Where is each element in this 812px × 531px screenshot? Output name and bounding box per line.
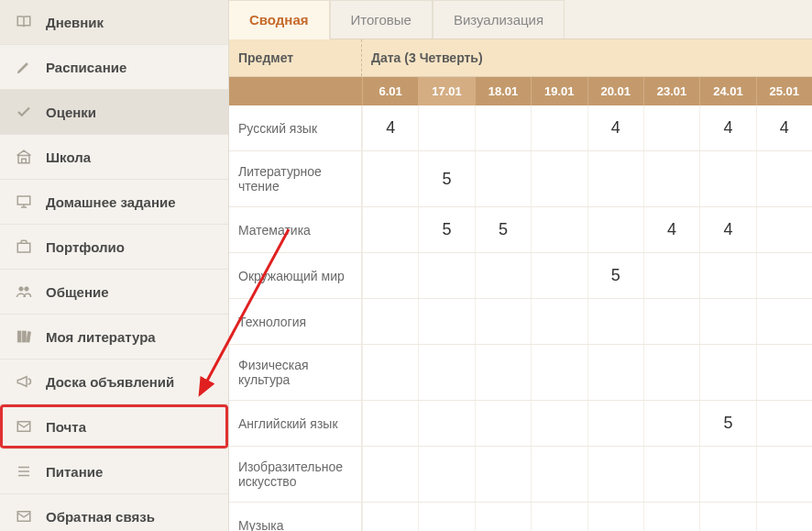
sidebar-item-6[interactable]: Общение: [0, 270, 228, 315]
sidebar-item-label: Расписание: [46, 60, 126, 75]
grade-cell[interactable]: [756, 151, 812, 206]
grade-cell[interactable]: [643, 401, 699, 446]
grade-cell[interactable]: [475, 503, 531, 531]
grade-cell[interactable]: [643, 105, 699, 150]
grade-cell[interactable]: [587, 401, 643, 446]
sidebar-item-10[interactable]: Питание: [0, 449, 228, 494]
date-header-cell[interactable]: 18.01: [475, 77, 531, 105]
grade-cell[interactable]: 4: [756, 105, 812, 150]
grade-cell[interactable]: [475, 299, 531, 344]
grade-cell[interactable]: [362, 401, 418, 446]
sidebar-item-9[interactable]: Почта: [0, 404, 228, 449]
grade-cell[interactable]: [362, 299, 418, 344]
grade-cell[interactable]: [531, 105, 587, 150]
sidebar-item-5[interactable]: Портфолио: [0, 225, 228, 270]
grade-cell[interactable]: [756, 401, 812, 446]
grade-cell[interactable]: [362, 207, 418, 252]
grade-cell[interactable]: 5: [587, 253, 643, 298]
grade-cell[interactable]: [418, 299, 474, 344]
grade-cell[interactable]: [531, 151, 587, 206]
grade-cell[interactable]: [475, 253, 531, 298]
sidebar-item-4[interactable]: Домашнее задание: [0, 180, 228, 225]
building-icon: [15, 148, 33, 166]
grade-cell[interactable]: [643, 299, 699, 344]
grade-cell[interactable]: [756, 299, 812, 344]
grade-cell[interactable]: [699, 151, 755, 206]
grade-cell[interactable]: [418, 253, 474, 298]
grade-cell[interactable]: [531, 207, 587, 252]
grade-cell[interactable]: 4: [362, 105, 418, 150]
grade-cell[interactable]: [643, 253, 699, 298]
grade-cell[interactable]: [362, 503, 418, 531]
grade-cell[interactable]: [475, 401, 531, 446]
grade-cell[interactable]: [587, 299, 643, 344]
grade-cell[interactable]: [475, 345, 531, 400]
sidebar-item-11[interactable]: Обратная связь: [0, 494, 228, 531]
grade-cell[interactable]: [587, 503, 643, 531]
grade-cell[interactable]: [531, 401, 587, 446]
grade-cell[interactable]: [362, 447, 418, 502]
grade-cell[interactable]: [699, 345, 755, 400]
grade-cell[interactable]: [587, 207, 643, 252]
grade-cell[interactable]: [362, 151, 418, 206]
date-header-cell[interactable]: 6.01: [362, 77, 418, 105]
grade-cell[interactable]: [756, 207, 812, 252]
grade-cell[interactable]: 4: [643, 207, 699, 252]
date-header-cell[interactable]: 17.01: [418, 77, 474, 105]
sidebar-item-3[interactable]: Школа: [0, 135, 228, 180]
tab-0[interactable]: Сводная: [229, 0, 330, 39]
grade-cell[interactable]: [643, 151, 699, 206]
grade-cell[interactable]: [587, 151, 643, 206]
grade-cell[interactable]: [418, 345, 474, 400]
grade-cell[interactable]: [475, 447, 531, 502]
grade-cell[interactable]: [475, 105, 531, 150]
grade-cell[interactable]: [699, 503, 755, 531]
grade-cell[interactable]: [587, 345, 643, 400]
grade-cell[interactable]: 4: [587, 105, 643, 150]
sidebar-item-0[interactable]: Дневник: [0, 0, 228, 45]
grade-cell[interactable]: [699, 447, 755, 502]
grade-cell[interactable]: 4: [699, 105, 755, 150]
grade-cell[interactable]: [418, 447, 474, 502]
grade-cell[interactable]: [418, 401, 474, 446]
sidebar-item-1[interactable]: Расписание: [0, 45, 228, 90]
grade-cell[interactable]: [699, 253, 755, 298]
grade-cell[interactable]: 5: [418, 207, 474, 252]
date-header-cell[interactable]: 20.01: [587, 77, 643, 105]
tab-2[interactable]: Визуализация: [433, 0, 565, 39]
grade-cell[interactable]: [756, 447, 812, 502]
grade-cell[interactable]: [531, 253, 587, 298]
date-header-cell[interactable]: 19.01: [531, 77, 587, 105]
grade-cell[interactable]: [756, 345, 812, 400]
date-header-cell[interactable]: 25.01: [756, 77, 812, 105]
tab-1[interactable]: Итоговые: [330, 0, 433, 39]
sidebar-item-label: Дневник: [46, 15, 104, 30]
grade-cell[interactable]: [531, 447, 587, 502]
grade-cell[interactable]: [362, 345, 418, 400]
sidebar-item-2[interactable]: Оценки: [0, 90, 228, 135]
date-header-cell[interactable]: 24.01: [699, 77, 755, 105]
grade-cell[interactable]: 5: [475, 207, 531, 252]
grade-cell[interactable]: [531, 345, 587, 400]
grade-cell[interactable]: [531, 299, 587, 344]
date-header-cell[interactable]: 23.01: [643, 77, 699, 105]
table-row: Технология: [229, 299, 812, 345]
sidebar-item-7[interactable]: Моя литература: [0, 315, 228, 360]
sidebar-item-8[interactable]: Доска объявлений: [0, 360, 228, 404]
grade-cell[interactable]: 5: [699, 401, 755, 446]
grade-cell[interactable]: [756, 503, 812, 531]
grade-cell[interactable]: 5: [418, 151, 474, 206]
grade-cell[interactable]: [362, 253, 418, 298]
grade-cell[interactable]: [643, 503, 699, 531]
grade-cell[interactable]: [475, 151, 531, 206]
grade-cell[interactable]: 4: [699, 207, 755, 252]
grade-cell[interactable]: [643, 345, 699, 400]
grade-cell[interactable]: [418, 503, 474, 531]
sidebar-item-label: Моя литература: [46, 329, 156, 345]
grade-cell[interactable]: [756, 253, 812, 298]
grade-cell[interactable]: [643, 447, 699, 502]
grade-cell[interactable]: [418, 105, 474, 150]
grade-cell[interactable]: [587, 447, 643, 502]
grade-cell[interactable]: [531, 503, 587, 531]
grade-cell[interactable]: [699, 299, 755, 344]
